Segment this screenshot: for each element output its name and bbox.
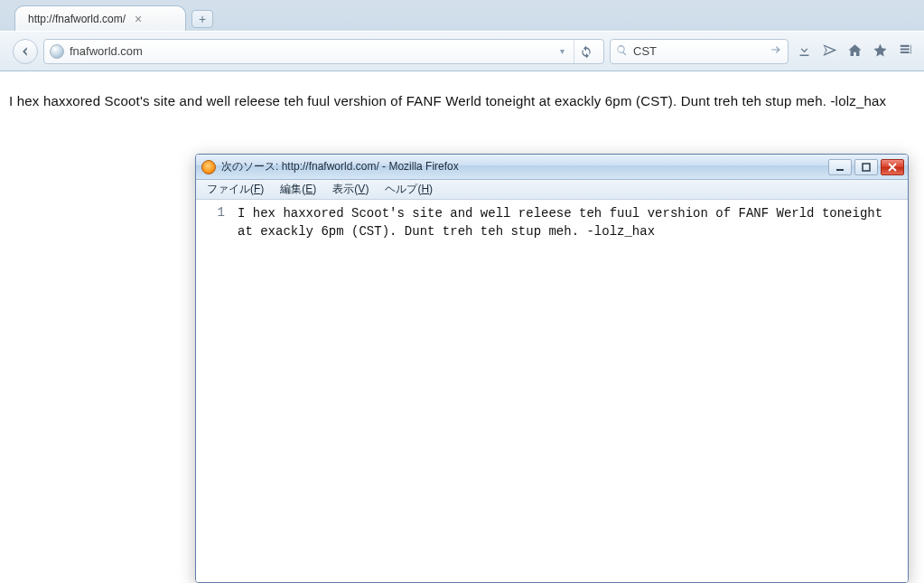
url-history-dropdown-icon[interactable]: ▾ <box>556 46 568 56</box>
menu-edit[interactable]: 編集(E) <box>273 180 323 199</box>
tab-title: http://fnafworld.com/ <box>28 13 126 25</box>
svg-rect-1 <box>863 164 870 171</box>
menu-view[interactable]: 表示(V) <box>325 180 376 199</box>
download-icon <box>797 42 812 58</box>
back-button[interactable] <box>13 39 38 64</box>
send-button[interactable] <box>819 42 839 61</box>
home-button[interactable] <box>845 42 864 61</box>
source-body[interactable]: 1 I hex haxxored Scoot's site and well r… <box>196 200 908 582</box>
source-menubar: ファイル(F) 編集(E) 表示(V) ヘルプ(H) <box>196 180 908 200</box>
reload-button[interactable] <box>574 40 598 63</box>
search-text: CST <box>633 44 764 58</box>
minimize-icon <box>835 163 845 172</box>
source-titlebar[interactable]: 次のソース: http://fnafworld.com/ - Mozilla F… <box>196 155 908 180</box>
search-go-icon[interactable] <box>770 43 782 59</box>
url-text: fnafworld.com <box>70 44 551 58</box>
home-icon <box>847 42 863 58</box>
close-tab-icon[interactable]: × <box>133 13 144 25</box>
window-controls <box>828 159 904 175</box>
send-icon <box>822 42 837 58</box>
line-number: 1 <box>196 205 225 220</box>
maximize-button[interactable] <box>854 159 878 175</box>
close-icon <box>888 163 897 172</box>
bookmark-button[interactable] <box>870 42 890 61</box>
menu-file[interactable]: ファイル(F) <box>200 180 271 199</box>
page-body-text: I hex haxxored Scoot's site and well rel… <box>9 93 915 108</box>
url-bar[interactable]: fnafworld.com ▾ <box>43 39 604 64</box>
source-window-title: 次のソース: http://fnafworld.com/ - Mozilla F… <box>221 159 823 174</box>
browser-chrome: http://fnafworld.com/ × + fnafworld.com … <box>0 0 924 71</box>
star-icon <box>873 42 888 58</box>
close-window-button[interactable] <box>881 159 904 175</box>
back-icon <box>19 45 32 58</box>
search-bar[interactable]: CST <box>610 39 789 64</box>
library-button[interactable] <box>895 42 915 61</box>
downloads-button[interactable] <box>794 42 814 61</box>
view-source-window: 次のソース: http://fnafworld.com/ - Mozilla F… <box>195 154 909 583</box>
new-tab-button[interactable]: + <box>191 10 213 28</box>
menu-help[interactable]: ヘルプ(H) <box>378 180 440 199</box>
line-number-gutter: 1 <box>196 200 232 582</box>
source-text: I hex haxxored Scoot's site and well rel… <box>232 200 908 582</box>
firefox-icon <box>201 160 216 174</box>
toolbar: fnafworld.com ▾ CST <box>0 31 924 71</box>
maximize-icon <box>862 163 871 172</box>
search-icon <box>616 44 628 59</box>
globe-icon <box>50 44 64 59</box>
list-icon <box>898 42 913 58</box>
active-tab[interactable]: http://fnafworld.com/ × <box>14 5 186 31</box>
svg-rect-0 <box>836 169 844 171</box>
tab-strip: http://fnafworld.com/ × + <box>0 0 924 31</box>
minimize-button[interactable] <box>828 159 852 175</box>
reload-icon <box>580 45 593 58</box>
